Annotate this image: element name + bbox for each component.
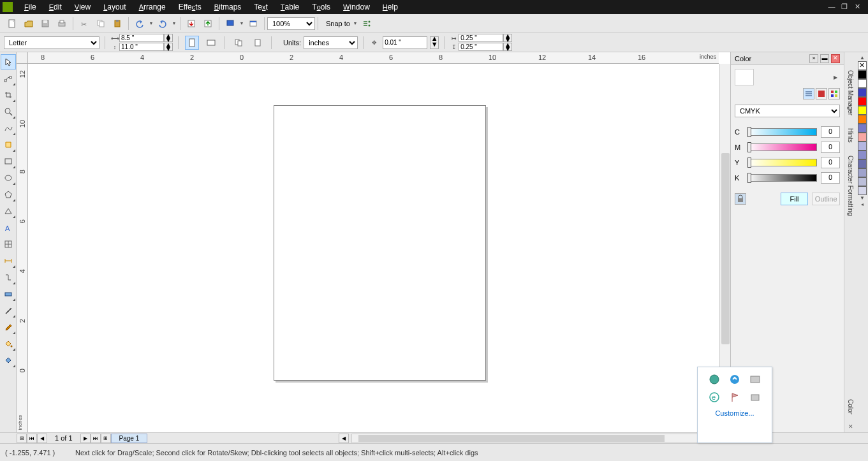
options-icon[interactable] (360, 17, 374, 31)
tray-web-icon[interactable] (709, 374, 720, 385)
palette-close-icon[interactable]: ✕ (848, 423, 853, 430)
crop-tool-icon[interactable] (1, 87, 16, 103)
menu-view[interactable]: View (68, 3, 97, 11)
palette-scroll-down-icon[interactable]: ▼ (858, 195, 867, 201)
portrait-icon[interactable] (185, 36, 199, 50)
welcome-icon[interactable] (246, 17, 260, 31)
slider-value-y[interactable]: 0 (821, 157, 840, 168)
palette-swatch[interactable] (858, 177, 867, 186)
palette-swatch[interactable] (858, 115, 867, 124)
nudge-spinner[interactable]: ▲▼ (430, 36, 439, 49)
hscroll-left-icon[interactable]: ◀ (339, 434, 349, 443)
fill-tool-icon[interactable] (1, 336, 16, 351)
docker-tab-hints[interactable]: Hints (847, 126, 854, 145)
docker-tab-character[interactable]: Character Formatting (847, 153, 854, 218)
undo-icon[interactable] (133, 17, 147, 31)
ellipse-tool-icon[interactable] (1, 170, 16, 186)
palettes-view-icon[interactable] (828, 88, 840, 99)
palette-swatch[interactable] (858, 159, 867, 168)
palette-swatch[interactable] (858, 133, 867, 142)
horizontal-ruler[interactable]: inches 86420246810121416 (28, 52, 719, 64)
palette-swatch[interactable] (858, 88, 867, 97)
text-tool-icon[interactable]: A (1, 220, 16, 235)
slider-value-c[interactable]: 0 (821, 126, 840, 138)
palette-swatch[interactable] (858, 142, 867, 150)
page-tab-1[interactable]: Page 1 (111, 434, 148, 443)
menu-help[interactable]: Help (376, 3, 404, 11)
tray-flag-icon[interactable] (729, 391, 740, 403)
new-icon[interactable] (5, 17, 19, 31)
menu-effects[interactable]: Effects (172, 3, 208, 11)
docker-menu-icon[interactable]: ▬ (820, 54, 829, 63)
export-icon[interactable] (201, 17, 215, 31)
slider-thumb[interactable] (747, 157, 751, 168)
menu-arrange[interactable]: Arrange (133, 3, 172, 11)
add-page-end-icon[interactable]: ⊞ (101, 434, 111, 443)
last-page-icon[interactable]: ⏭ (91, 434, 101, 443)
pick-tool-icon[interactable] (1, 54, 16, 70)
app-launcher-icon[interactable] (223, 17, 237, 31)
tray-gallery-icon[interactable] (749, 374, 761, 385)
palette-flyout-icon[interactable]: ▶ (834, 75, 837, 80)
menu-file[interactable]: File (18, 3, 43, 11)
palette-swatch[interactable] (858, 150, 867, 159)
interactive-fill-tool-icon[interactable] (1, 353, 16, 368)
add-page-icon[interactable]: ⊞ (17, 434, 27, 443)
copy-icon[interactable] (94, 17, 108, 31)
slider-track-c[interactable] (747, 128, 817, 136)
units-select[interactable]: inches (304, 36, 358, 49)
prev-page-icon[interactable]: ◀ (37, 434, 47, 443)
all-pages-icon[interactable] (232, 36, 246, 50)
sliders-view-icon[interactable] (803, 88, 814, 99)
current-color-swatch[interactable] (735, 69, 754, 85)
dup-x-input[interactable] (459, 34, 503, 42)
docker-tab-object-manager[interactable]: Object Manager (847, 68, 854, 118)
docker-close-icon[interactable]: ✕ (831, 54, 840, 63)
lock-icon[interactable] (735, 193, 746, 205)
menu-edit[interactable]: Edit (43, 3, 68, 11)
palette-swatch[interactable] (858, 186, 867, 195)
palette-swatch[interactable] (858, 79, 867, 88)
slider-track-k[interactable] (747, 174, 817, 182)
tray-update-icon[interactable] (729, 374, 740, 385)
slider-value-m[interactable]: 0 (821, 142, 840, 153)
docker-collapse-icon[interactable]: » (809, 54, 818, 63)
menu-bitmaps[interactable]: Bitmaps (208, 3, 248, 11)
minimize-icon[interactable]: — (827, 3, 836, 11)
menu-layout[interactable]: Layout (97, 3, 132, 11)
menu-tools[interactable]: Tools (305, 3, 337, 11)
redo-icon[interactable] (156, 17, 170, 31)
drawing-page[interactable] (274, 105, 486, 381)
dup-y-spinner[interactable]: ▲▼ (503, 43, 512, 51)
palette-swatch[interactable] (858, 97, 867, 106)
outline-button[interactable]: Outline (812, 193, 840, 205)
vscroll-thumb[interactable] (721, 153, 730, 344)
freehand-tool-icon[interactable] (1, 121, 16, 136)
next-page-icon[interactable]: ▶ (80, 434, 91, 443)
no-color-swatch[interactable] (858, 61, 867, 70)
polygon-tool-icon[interactable] (1, 187, 16, 202)
open-icon[interactable] (22, 17, 36, 31)
table-tool-icon[interactable] (1, 237, 16, 252)
snap-dropdown-icon[interactable]: ▼ (352, 21, 358, 26)
cut-icon[interactable]: ✂ (77, 17, 91, 31)
slider-track-m[interactable] (747, 143, 817, 151)
zoom-select[interactable]: 100% (267, 17, 315, 30)
vertical-ruler[interactable]: inches 121086420 (17, 64, 28, 432)
smart-fill-tool-icon[interactable] (1, 137, 16, 152)
import-icon[interactable] (184, 17, 198, 31)
slider-value-k[interactable]: 0 (821, 172, 840, 184)
palette-swatch[interactable] (858, 106, 867, 115)
rectangle-tool-icon[interactable] (1, 154, 16, 169)
page-height-input[interactable] (119, 43, 164, 51)
current-page-icon[interactable] (251, 36, 265, 50)
eyedropper-tool-icon[interactable] (1, 303, 16, 318)
paper-size-select[interactable]: Letter (4, 36, 99, 49)
slider-thumb[interactable] (747, 142, 751, 152)
save-icon[interactable] (38, 17, 52, 31)
viewers-view-icon[interactable] (816, 88, 827, 99)
horizontal-scrollbar[interactable] (351, 434, 717, 443)
page-width-input[interactable] (119, 34, 164, 42)
basic-shapes-tool-icon[interactable] (1, 203, 16, 219)
slider-track-y[interactable] (747, 159, 817, 166)
